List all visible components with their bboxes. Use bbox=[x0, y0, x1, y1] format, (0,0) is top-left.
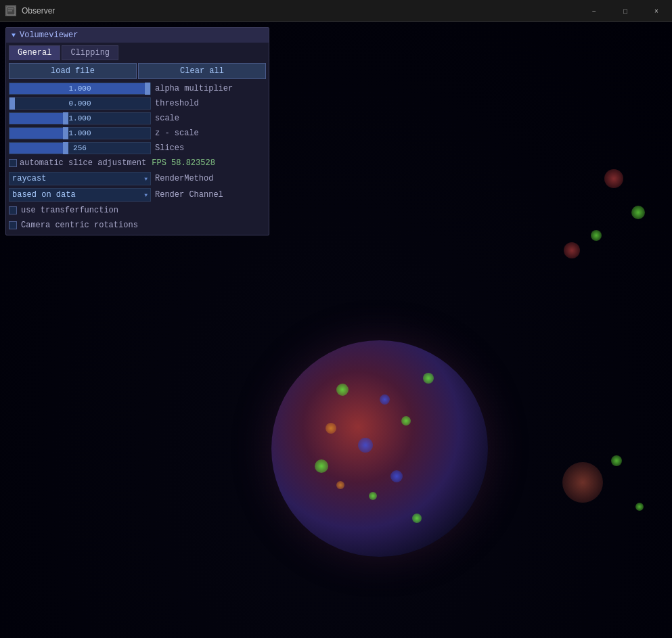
dropdown-arrow-renderchannel: ▼ bbox=[144, 192, 148, 198]
auto-slice-checkbox[interactable] bbox=[9, 159, 17, 167]
panel-header[interactable]: ▼ Volumeviewer bbox=[6, 28, 269, 43]
renderchannel-dropdown[interactable]: based on data ▼ bbox=[9, 188, 151, 202]
transferfunction-label: use transferfunction bbox=[21, 206, 118, 215]
panel-title: Volumeviewer bbox=[20, 30, 78, 40]
titlebar-controls: − □ × bbox=[579, 0, 672, 22]
camera-rotations-row: Camera centric rotations bbox=[9, 219, 266, 232]
scale-slider-row: 1.000 scale bbox=[9, 112, 266, 125]
titlebar: Observer − □ × bbox=[0, 0, 672, 22]
zscale-slider-row: 1.000 z - scale bbox=[9, 127, 266, 140]
renderchannel-row: based on data ▼ Render Channel bbox=[9, 187, 266, 202]
zscale-slider[interactable]: 1.000 bbox=[9, 127, 151, 139]
rendermethod-dropdown[interactable]: raycast ▼ bbox=[9, 172, 151, 185]
renderchannel-label: Render Channel bbox=[155, 190, 223, 200]
clear-all-button[interactable]: Clear all bbox=[138, 63, 266, 79]
scale-label: scale bbox=[155, 114, 179, 123]
tab-general[interactable]: General bbox=[9, 45, 60, 60]
auto-slice-row: automatic slice adjustment FPS 58.823528 bbox=[9, 156, 266, 170]
transferfunction-checkbox[interactable] bbox=[9, 206, 17, 214]
button-row: load file Clear all bbox=[9, 63, 266, 79]
volumeviewer-panel: ▼ Volumeviewer General Clipping load fil… bbox=[5, 27, 269, 235]
camera-rotations-checkbox[interactable] bbox=[9, 221, 17, 229]
cell-dots bbox=[271, 340, 488, 557]
top-right-cells bbox=[523, 157, 658, 279]
fps-display: FPS 58.823528 bbox=[152, 158, 215, 168]
main-content: ▼ Volumeviewer General Clipping load fil… bbox=[0, 22, 672, 638]
rendermethod-row: raycast ▼ RenderMethod bbox=[9, 171, 266, 186]
bottom-right-cells bbox=[550, 449, 672, 584]
close-button[interactable]: × bbox=[641, 0, 672, 22]
dropdown-arrow-rendermethod: ▼ bbox=[144, 176, 148, 182]
panel-tabs: General Clipping bbox=[6, 43, 269, 60]
slices-slider[interactable]: 256 bbox=[9, 142, 151, 154]
panel-collapse-arrow: ▼ bbox=[12, 32, 16, 39]
camera-rotations-label: Camera centric rotations bbox=[21, 221, 138, 230]
transferfunction-row: use transferfunction bbox=[9, 204, 266, 217]
cell-visualization bbox=[271, 340, 488, 557]
threshold-label: threshold bbox=[155, 99, 199, 108]
slices-label: Slices bbox=[155, 143, 184, 153]
slices-slider-row: 256 Slices bbox=[9, 141, 266, 155]
tab-clipping[interactable]: Clipping bbox=[62, 45, 118, 60]
alpha-slider-row: 1.000 alpha multiplier bbox=[9, 82, 266, 95]
maximize-button[interactable]: □ bbox=[610, 0, 641, 22]
threshold-slider[interactable]: 0.000 bbox=[9, 97, 151, 110]
load-file-button[interactable]: load file bbox=[9, 63, 137, 79]
auto-slice-label: automatic slice adjustment bbox=[20, 158, 146, 168]
rendermethod-label: RenderMethod bbox=[155, 174, 213, 183]
threshold-slider-row: 0.000 threshold bbox=[9, 97, 266, 110]
titlebar-title: Observer bbox=[22, 6, 55, 16]
app-icon bbox=[5, 5, 16, 16]
alpha-label: alpha multiplier bbox=[155, 84, 233, 93]
alpha-slider[interactable]: 1.000 bbox=[9, 83, 151, 95]
minimize-button[interactable]: − bbox=[579, 0, 610, 22]
zscale-label: z - scale bbox=[155, 129, 199, 138]
scale-slider[interactable]: 1.000 bbox=[9, 112, 151, 124]
panel-body: load file Clear all 1.000 alpha multipli… bbox=[6, 60, 269, 235]
